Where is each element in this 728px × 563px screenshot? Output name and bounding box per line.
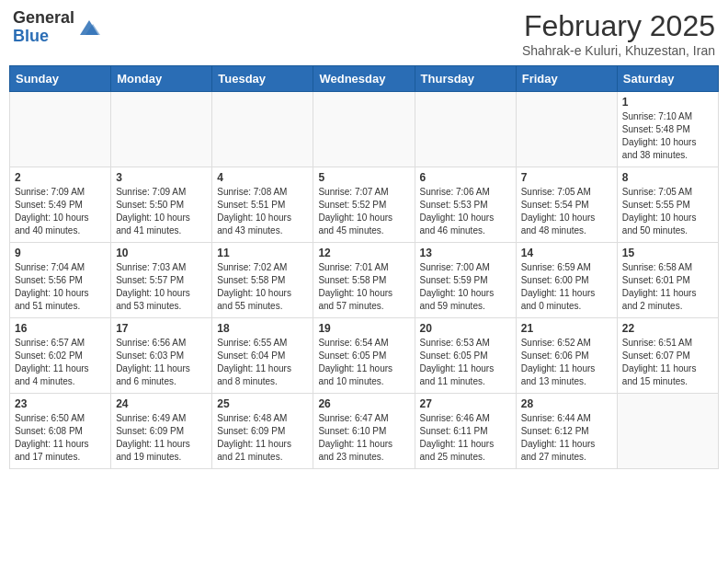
day-number: 15 <box>622 247 713 259</box>
day-info: Sunrise: 7:02 AM Sunset: 5:58 PM Dayligh… <box>217 261 308 313</box>
calendar-cell: 1Sunrise: 7:10 AM Sunset: 5:48 PM Daylig… <box>617 92 718 167</box>
week-row-1: 1Sunrise: 7:10 AM Sunset: 5:48 PM Daylig… <box>10 92 719 167</box>
page-header: General Blue February 2025 Shahrak-e Kul… <box>9 9 719 58</box>
calendar-cell: 10Sunrise: 7:03 AM Sunset: 5:57 PM Dayli… <box>111 243 212 318</box>
calendar-table: SundayMondayTuesdayWednesdayThursdayFrid… <box>9 65 719 469</box>
day-info: Sunrise: 7:10 AM Sunset: 5:48 PM Dayligh… <box>622 110 713 162</box>
calendar-cell: 7Sunrise: 7:05 AM Sunset: 5:54 PM Daylig… <box>516 167 617 243</box>
day-number: 4 <box>217 171 308 184</box>
day-info: Sunrise: 6:47 AM Sunset: 6:10 PM Dayligh… <box>318 412 409 464</box>
calendar-cell <box>617 394 718 469</box>
day-info: Sunrise: 6:46 AM Sunset: 6:11 PM Dayligh… <box>420 412 511 464</box>
calendar-cell: 20Sunrise: 6:53 AM Sunset: 6:05 PM Dayli… <box>415 318 516 394</box>
calendar-cell: 23Sunrise: 6:50 AM Sunset: 6:08 PM Dayli… <box>10 394 111 469</box>
day-number: 9 <box>15 247 106 259</box>
day-number: 10 <box>116 247 207 259</box>
day-number: 19 <box>318 322 409 335</box>
day-number: 12 <box>318 247 409 259</box>
day-number: 16 <box>15 322 106 335</box>
calendar-cell <box>10 92 111 167</box>
day-number: 21 <box>521 322 612 335</box>
calendar-cell: 27Sunrise: 6:46 AM Sunset: 6:11 PM Dayli… <box>415 394 516 469</box>
day-info: Sunrise: 6:48 AM Sunset: 6:09 PM Dayligh… <box>217 412 308 464</box>
day-number: 18 <box>217 322 308 335</box>
day-info: Sunrise: 6:49 AM Sunset: 6:09 PM Dayligh… <box>116 412 207 464</box>
week-row-3: 9Sunrise: 7:04 AM Sunset: 5:56 PM Daylig… <box>10 243 719 318</box>
day-number: 8 <box>622 171 713 184</box>
calendar-cell <box>415 92 516 167</box>
calendar-cell: 8Sunrise: 7:05 AM Sunset: 5:55 PM Daylig… <box>617 167 718 243</box>
day-info: Sunrise: 7:09 AM Sunset: 5:50 PM Dayligh… <box>116 186 207 237</box>
location-subtitle: Shahrak-e Kuluri, Khuzestan, Iran <box>522 43 715 58</box>
day-info: Sunrise: 7:03 AM Sunset: 5:57 PM Dayligh… <box>116 261 207 313</box>
month-title: February 2025 <box>522 9 715 43</box>
week-row-2: 2Sunrise: 7:09 AM Sunset: 5:49 PM Daylig… <box>10 167 719 243</box>
day-info: Sunrise: 6:52 AM Sunset: 6:06 PM Dayligh… <box>521 337 612 388</box>
calendar-cell: 3Sunrise: 7:09 AM Sunset: 5:50 PM Daylig… <box>111 167 212 243</box>
day-number: 6 <box>420 171 511 184</box>
day-number: 20 <box>420 322 511 335</box>
title-block: February 2025 Shahrak-e Kuluri, Khuzesta… <box>522 9 715 58</box>
calendar-cell: 15Sunrise: 6:58 AM Sunset: 6:01 PM Dayli… <box>617 243 718 318</box>
calendar-cell: 13Sunrise: 7:00 AM Sunset: 5:59 PM Dayli… <box>415 243 516 318</box>
day-info: Sunrise: 6:54 AM Sunset: 6:05 PM Dayligh… <box>318 337 409 388</box>
day-info: Sunrise: 7:06 AM Sunset: 5:53 PM Dayligh… <box>420 186 511 237</box>
calendar-cell: 18Sunrise: 6:55 AM Sunset: 6:04 PM Dayli… <box>212 318 313 394</box>
week-row-5: 23Sunrise: 6:50 AM Sunset: 6:08 PM Dayli… <box>10 394 719 469</box>
col-header-tuesday: Tuesday <box>212 66 313 92</box>
calendar-cell: 14Sunrise: 6:59 AM Sunset: 6:00 PM Dayli… <box>516 243 617 318</box>
week-row-4: 16Sunrise: 6:57 AM Sunset: 6:02 PM Dayli… <box>10 318 719 394</box>
day-number: 17 <box>116 322 207 335</box>
day-info: Sunrise: 7:08 AM Sunset: 5:51 PM Dayligh… <box>217 186 308 237</box>
calendar-cell: 6Sunrise: 7:06 AM Sunset: 5:53 PM Daylig… <box>415 167 516 243</box>
col-header-monday: Monday <box>111 66 212 92</box>
day-info: Sunrise: 7:07 AM Sunset: 5:52 PM Dayligh… <box>318 186 409 237</box>
day-number: 24 <box>116 397 207 410</box>
calendar-cell: 28Sunrise: 6:44 AM Sunset: 6:12 PM Dayli… <box>516 394 617 469</box>
col-header-thursday: Thursday <box>415 66 516 92</box>
calendar-cell <box>212 92 313 167</box>
day-info: Sunrise: 7:05 AM Sunset: 5:55 PM Dayligh… <box>622 186 713 237</box>
logo: General Blue <box>13 9 102 46</box>
calendar-cell: 19Sunrise: 6:54 AM Sunset: 6:05 PM Dayli… <box>313 318 415 394</box>
day-number: 28 <box>521 397 612 410</box>
calendar-cell: 16Sunrise: 6:57 AM Sunset: 6:02 PM Dayli… <box>10 318 111 394</box>
day-info: Sunrise: 6:57 AM Sunset: 6:02 PM Dayligh… <box>15 337 106 388</box>
calendar-cell: 11Sunrise: 7:02 AM Sunset: 5:58 PM Dayli… <box>212 243 313 318</box>
col-header-sunday: Sunday <box>10 66 111 92</box>
col-header-friday: Friday <box>516 66 617 92</box>
col-header-saturday: Saturday <box>617 66 718 92</box>
calendar-cell: 22Sunrise: 6:51 AM Sunset: 6:07 PM Dayli… <box>617 318 718 394</box>
day-info: Sunrise: 6:59 AM Sunset: 6:00 PM Dayligh… <box>521 261 612 313</box>
logo-blue: Blue <box>13 27 49 45</box>
day-number: 1 <box>622 96 713 109</box>
day-info: Sunrise: 7:00 AM Sunset: 5:59 PM Dayligh… <box>420 261 511 313</box>
calendar-cell: 2Sunrise: 7:09 AM Sunset: 5:49 PM Daylig… <box>10 167 111 243</box>
day-number: 3 <box>116 171 207 184</box>
day-number: 23 <box>15 397 106 410</box>
calendar-cell: 25Sunrise: 6:48 AM Sunset: 6:09 PM Dayli… <box>212 394 313 469</box>
day-info: Sunrise: 7:09 AM Sunset: 5:49 PM Dayligh… <box>15 186 106 237</box>
calendar-cell: 24Sunrise: 6:49 AM Sunset: 6:09 PM Dayli… <box>111 394 212 469</box>
day-info: Sunrise: 7:04 AM Sunset: 5:56 PM Dayligh… <box>15 261 106 313</box>
day-number: 13 <box>420 247 511 259</box>
calendar-cell <box>516 92 617 167</box>
day-number: 27 <box>420 397 511 410</box>
logo-icon <box>76 15 102 40</box>
day-info: Sunrise: 7:05 AM Sunset: 5:54 PM Dayligh… <box>521 186 612 237</box>
calendar-cell <box>313 92 415 167</box>
day-number: 7 <box>521 171 612 184</box>
day-info: Sunrise: 7:01 AM Sunset: 5:58 PM Dayligh… <box>318 261 409 313</box>
day-number: 26 <box>318 397 409 410</box>
col-header-wednesday: Wednesday <box>313 66 415 92</box>
day-info: Sunrise: 6:44 AM Sunset: 6:12 PM Dayligh… <box>521 412 612 464</box>
day-info: Sunrise: 6:58 AM Sunset: 6:01 PM Dayligh… <box>622 261 713 313</box>
calendar-cell: 21Sunrise: 6:52 AM Sunset: 6:06 PM Dayli… <box>516 318 617 394</box>
calendar-cell: 5Sunrise: 7:07 AM Sunset: 5:52 PM Daylig… <box>313 167 415 243</box>
day-number: 25 <box>217 397 308 410</box>
calendar-header-row: SundayMondayTuesdayWednesdayThursdayFrid… <box>10 66 719 92</box>
calendar-cell: 9Sunrise: 7:04 AM Sunset: 5:56 PM Daylig… <box>10 243 111 318</box>
day-number: 14 <box>521 247 612 259</box>
calendar-cell <box>111 92 212 167</box>
calendar-cell: 12Sunrise: 7:01 AM Sunset: 5:58 PM Dayli… <box>313 243 415 318</box>
